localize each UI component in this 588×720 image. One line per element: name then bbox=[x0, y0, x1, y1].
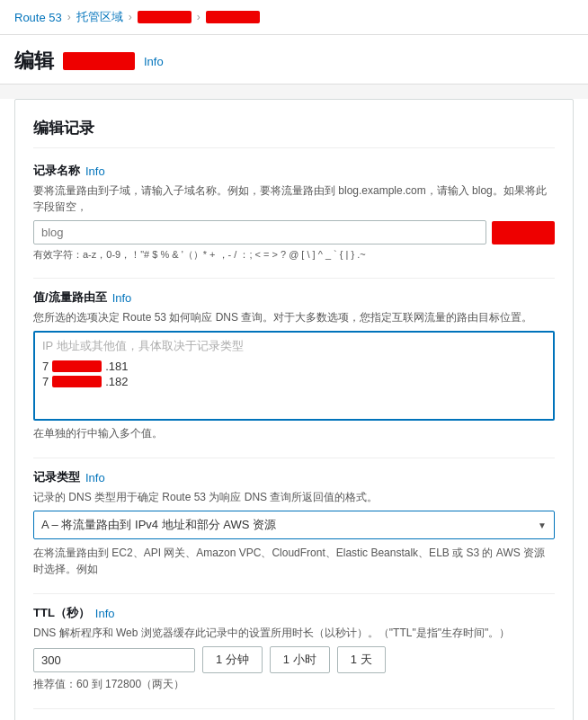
ttl-input-row: 1 分钟 1 小时 1 天 bbox=[33, 646, 555, 673]
ttl-input[interactable] bbox=[33, 648, 195, 672]
ttl-label: TTL（秒） Info bbox=[33, 605, 555, 621]
record-type-label: 记录类型 Info bbox=[33, 469, 555, 485]
record-type-info-link[interactable]: Info bbox=[85, 471, 105, 484]
record-type-selected-value: A – 将流量路由到 IPv4 地址和部分 AWS 资源 bbox=[41, 517, 276, 533]
breadcrumb-record-name bbox=[206, 11, 260, 23]
ttl-desc: DNS 解析程序和 Web 浏览器缓存此记录中的设置所用时长（以秒计）。（"TT… bbox=[33, 625, 555, 641]
ttl-hint: 推荐值：60 到 172800（两天） bbox=[33, 677, 555, 692]
divider1 bbox=[33, 278, 555, 279]
routing-target-label: 值/流量路由至 Info bbox=[33, 289, 555, 306]
ttl-1min-button[interactable]: 1 分钟 bbox=[202, 646, 263, 673]
breadcrumb-route53[interactable]: Route 53 bbox=[14, 11, 62, 24]
textarea-note: 在单独的行中输入多个值。 bbox=[33, 426, 555, 441]
record-name-desc: 要将流量路由到子域，请输入子域名称。例如，要将流量路由到 blog.exampl… bbox=[33, 182, 555, 215]
record-name-input[interactable] bbox=[33, 220, 486, 244]
breadcrumb-sep3: › bbox=[197, 11, 200, 23]
record-name-info-link[interactable]: Info bbox=[85, 164, 105, 178]
record-type-group: 记录类型 Info 记录的 DNS 类型用于确定 Route 53 为响应 DN… bbox=[33, 469, 555, 577]
record-type-select-desc: 在将流量路由到 EC2、API 网关、Amazon VPC、CloudFront… bbox=[33, 545, 555, 577]
valid-chars-text: 有效字符：a-z，0-9，！"# $ % & '（）* + ，- / ：; < … bbox=[33, 248, 555, 262]
routing-target-desc: 您所选的选项决定 Route 53 如何响应 DNS 查询。对于大多数选项，您指… bbox=[33, 309, 555, 325]
page-info-link[interactable]: Info bbox=[144, 55, 164, 68]
ttl-1day-button[interactable]: 1 天 bbox=[337, 646, 386, 673]
page-title-prefix: 编辑 bbox=[14, 48, 54, 75]
record-name-suffix-redacted bbox=[492, 221, 555, 244]
breadcrumb-zone-name bbox=[138, 11, 192, 23]
breadcrumb-hosted-zones[interactable]: 托管区域 bbox=[76, 9, 123, 25]
page-header: 编辑 Info bbox=[0, 35, 588, 84]
record-type-desc: 记录的 DNS 类型用于确定 Route 53 为响应 DNS 查询所返回值的格… bbox=[33, 489, 555, 505]
breadcrumb-sep1: › bbox=[67, 11, 71, 23]
ip-line-2: 7 .182 bbox=[42, 375, 546, 388]
page-title-redacted bbox=[63, 52, 135, 70]
ip-line-1: 7 .181 bbox=[42, 360, 546, 373]
record-name-input-row bbox=[33, 220, 555, 244]
chevron-down-icon: ▼ bbox=[538, 520, 547, 530]
ip1-redacted bbox=[52, 360, 102, 372]
record-name-group: 记录名称 Info 要将流量路由到子域，请输入子域名称。例如，要将流量路由到 b… bbox=[33, 163, 555, 262]
ttl-group: TTL（秒） Info DNS 解析程序和 Web 浏览器缓存此记录中的设置所用… bbox=[33, 605, 555, 692]
divider3 bbox=[33, 593, 555, 594]
record-name-label: 记录名称 Info bbox=[33, 163, 555, 179]
ttl-1hour-button[interactable]: 1 小时 bbox=[270, 646, 330, 673]
edit-record-card: 编辑记录 记录名称 Info 要将流量路由到子域，请输入子域名称。例如，要将流量… bbox=[14, 99, 574, 720]
ttl-info-link[interactable]: Info bbox=[95, 607, 115, 620]
routing-target-textarea[interactable]: IP 地址或其他值，具体取决于记录类型 7 .181 7 .182 bbox=[33, 331, 555, 421]
breadcrumb: Route 53 › 托管区域 › › bbox=[0, 0, 588, 35]
routing-target-group: 值/流量路由至 Info 您所选的选项决定 Route 53 如何响应 DNS … bbox=[33, 289, 555, 441]
routing-target-info-link[interactable]: Info bbox=[112, 291, 132, 305]
divider4 bbox=[33, 708, 555, 709]
breadcrumb-sep2: › bbox=[129, 11, 132, 23]
ip2-redacted bbox=[52, 376, 102, 387]
record-type-select[interactable]: A – 将流量路由到 IPv4 地址和部分 AWS 资源 ▼ bbox=[33, 511, 555, 539]
divider2 bbox=[33, 458, 555, 458]
main-content: 编辑记录 记录名称 Info 要将流量路由到子域，请输入子域名称。例如，要将流量… bbox=[0, 99, 588, 720]
section-title: 编辑记录 bbox=[33, 118, 555, 148]
routing-target-placeholder: IP 地址或其他值，具体取决于记录类型 bbox=[42, 338, 546, 354]
